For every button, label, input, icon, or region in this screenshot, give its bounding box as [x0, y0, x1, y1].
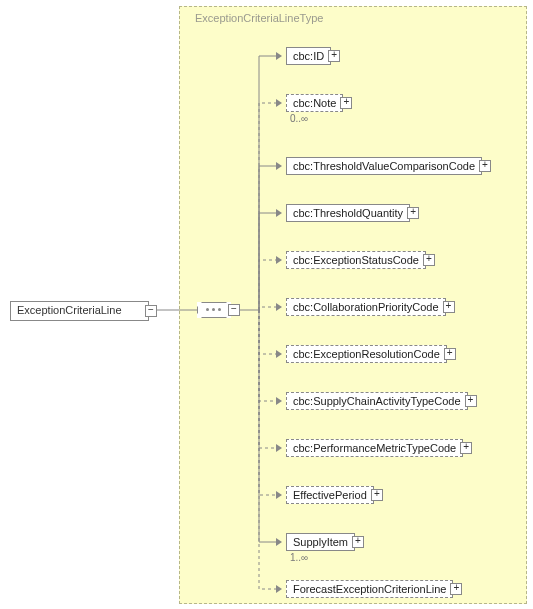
- element-note[interactable]: cbc:Note + 0..∞: [286, 94, 343, 112]
- element-exception-resolution[interactable]: cbc:ExceptionResolutionCode +: [286, 345, 447, 363]
- plus-icon[interactable]: +: [444, 348, 456, 360]
- element-label: cbc:ExceptionStatusCode: [293, 254, 419, 266]
- plus-icon[interactable]: +: [460, 442, 472, 454]
- plus-icon[interactable]: +: [328, 50, 340, 62]
- element-label: cbc:SupplyChainActivityTypeCode: [293, 395, 461, 407]
- element-label: EffectivePeriod: [293, 489, 367, 501]
- plus-icon[interactable]: +: [371, 489, 383, 501]
- element-collaboration-priority[interactable]: cbc:CollaborationPriorityCode +: [286, 298, 446, 316]
- arrow-icon: [276, 397, 282, 405]
- element-forecast-exception[interactable]: ForecastExceptionCriterionLine +: [286, 580, 453, 598]
- arrow-icon: [276, 444, 282, 452]
- element-exception-status[interactable]: cbc:ExceptionStatusCode +: [286, 251, 426, 269]
- arrow-icon: [276, 256, 282, 264]
- arrow-icon: [276, 99, 282, 107]
- element-label: SupplyItem: [293, 536, 348, 548]
- arrow-icon: [276, 585, 282, 593]
- element-id[interactable]: cbc:ID +: [286, 47, 331, 65]
- plus-icon[interactable]: +: [352, 536, 364, 548]
- element-supply-chain-activity[interactable]: cbc:SupplyChainActivityTypeCode +: [286, 392, 468, 410]
- plus-icon[interactable]: +: [465, 395, 477, 407]
- plus-icon[interactable]: +: [479, 160, 491, 172]
- plus-icon[interactable]: +: [423, 254, 435, 266]
- element-label: ForecastExceptionCriterionLine: [293, 583, 446, 595]
- element-label: cbc:ID: [293, 50, 324, 62]
- arrow-icon: [276, 209, 282, 217]
- element-label: cbc:ExceptionResolutionCode: [293, 348, 440, 360]
- arrow-icon: [276, 52, 282, 60]
- plus-icon[interactable]: +: [450, 583, 462, 595]
- arrow-icon: [276, 538, 282, 546]
- element-label: cbc:Note: [293, 97, 336, 109]
- arrow-icon: [276, 350, 282, 358]
- plus-icon[interactable]: +: [443, 301, 455, 313]
- element-label: cbc:ThresholdQuantity: [293, 207, 403, 219]
- cardinality-label: 0..∞: [290, 113, 308, 124]
- arrow-icon: [276, 491, 282, 499]
- plus-icon[interactable]: +: [407, 207, 419, 219]
- element-performance-metric[interactable]: cbc:PerformanceMetricTypeCode +: [286, 439, 463, 457]
- element-threshold-comparison[interactable]: cbc:ThresholdValueComparisonCode +: [286, 157, 482, 175]
- element-effective-period[interactable]: EffectivePeriod +: [286, 486, 374, 504]
- arrow-icon: [276, 303, 282, 311]
- element-label: cbc:PerformanceMetricTypeCode: [293, 442, 456, 454]
- element-label: cbc:CollaborationPriorityCode: [293, 301, 439, 313]
- element-threshold-quantity[interactable]: cbc:ThresholdQuantity +: [286, 204, 410, 222]
- plus-icon[interactable]: +: [340, 97, 352, 109]
- arrow-icon: [276, 162, 282, 170]
- element-label: cbc:ThresholdValueComparisonCode: [293, 160, 475, 172]
- element-supply-item[interactable]: SupplyItem + 1..∞: [286, 533, 355, 551]
- cardinality-label: 1..∞: [290, 552, 308, 563]
